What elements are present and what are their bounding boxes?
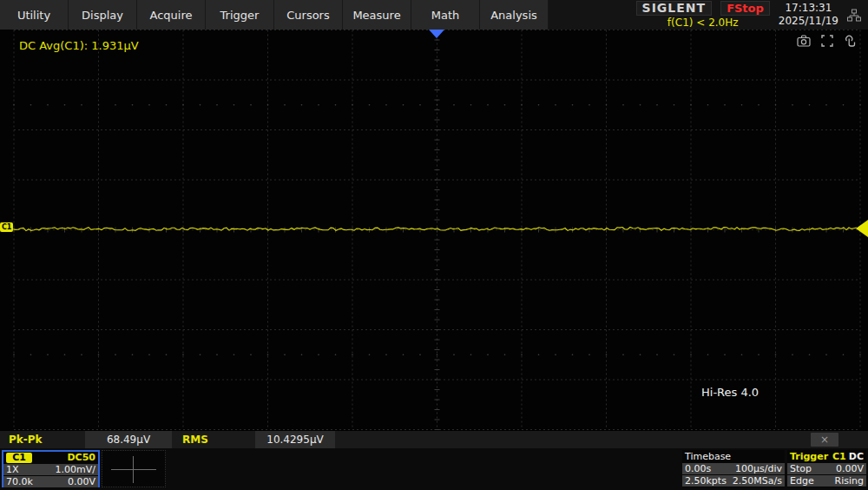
waveform-display[interactable]: DC Avg(C1): 1.931µV [0,30,868,430]
trigger-level: 0.00V [836,463,864,474]
timebase-title: Timebase [685,451,731,462]
measurement-value[interactable]: 68.49µV [85,431,172,448]
crosshair-vertical-line [133,456,134,483]
memory-depth: 2.50kpts [685,475,727,487]
trigger-box-row: Edge Rising [787,475,866,487]
menu-item-acquire[interactable]: Acquire [137,0,206,30]
trigger-source-channel: C1 [832,451,846,462]
measurement-label[interactable]: Pk-Pk [0,434,85,446]
screen-icon-group [797,35,856,47]
menu-item-cursors[interactable]: Cursors [274,0,343,30]
crosshair-horizontal-line [111,469,156,470]
oscilloscope-ui: Utility Display Acquire Trigger Cursors … [0,0,868,490]
volts-per-div: 1.00mV/ [56,464,95,475]
clock-column: 17:13:31 2025/11/19 [779,2,838,28]
trigger-source-coupling: DC [849,451,864,462]
menu-item-trigger[interactable]: Trigger [206,0,274,30]
timebase-delay: 0.00s [685,463,711,474]
trigger-source: C1 DC [832,451,864,462]
clock-date: 2025/11/19 [779,15,838,28]
trigger-title: Trigger [790,451,828,462]
dc-average-readout: DC Avg(C1): 1.931µV [19,39,139,52]
fullscreen-icon[interactable] [821,35,833,47]
topbar-status-block: SIGLENT FStop f(C1) < 2.0Hz 17:13:31 202… [636,0,868,30]
sample-rate: 2.50MSa/s [733,475,782,487]
trigger-level-marker[interactable] [856,220,868,237]
timebase-box-row: 2.50kpts 2.50MSa/s [682,475,785,487]
channel-box-row: 70.0k 0.00V [3,476,98,487]
timebase-box[interactable]: Timebase 0.00s 100µs/div 2.50kpts 2.50MS… [682,450,785,487]
main-menu: Utility Display Acquire Trigger Cursors … [0,0,549,30]
channel-1-box[interactable]: C1 DC50 1X 1.00mV/ 70.0k 0.00V [2,450,100,487]
menu-item-measure[interactable]: Measure [343,0,411,30]
timebase-box-row: 0.00s 100µs/div [682,463,785,474]
acquisition-status-badge: FStop [720,1,770,16]
trigger-box-header: Trigger C1 DC [787,450,866,462]
brand-column: SIGLENT FStop f(C1) < 2.0Hz [636,1,770,30]
touch-icon[interactable] [844,35,856,47]
measurement-label[interactable]: RMS [172,434,255,446]
menu-item-analysis[interactable]: Analysis [480,0,549,30]
trigger-position-marker[interactable] [429,30,444,38]
channel-box-header: C1 DC50 [3,452,98,463]
frequency-counter-readout: f(C1) < 2.0Hz [667,17,739,30]
siglent-logo: SIGLENT [636,1,713,16]
menu-item-utility[interactable]: Utility [0,0,69,30]
menu-item-math[interactable]: Math [411,0,480,30]
clock-time: 17:13:31 [785,2,832,15]
trigger-status: Stop [790,463,812,474]
bandwidth-limit: 70.0k [6,476,33,487]
trigger-box-row: Stop 0.00V [787,463,866,474]
graticule-grid [0,30,868,430]
probe-attenuation: 1X [6,464,19,475]
channel-coupling-label: DC50 [67,452,95,463]
channel-box-row: 1X 1.00mV/ [3,464,98,475]
top-menu-bar: Utility Display Acquire Trigger Cursors … [0,0,868,30]
channel-offset: 0.00V [68,476,95,487]
network-icon [847,9,861,22]
channel-badge: C1 [6,453,32,463]
channel-1-position-marker[interactable]: C1 [0,222,13,232]
trigger-slope: Rising [835,475,864,487]
brand-row: SIGLENT FStop [636,1,770,16]
timebase-box-header: Timebase [682,450,785,462]
trigger-box[interactable]: Trigger C1 DC Stop 0.00V Edge Rising [787,450,866,487]
menu-item-display[interactable]: Display [69,0,137,30]
topbar-spacer [549,0,636,30]
trigger-type: Edge [790,475,814,487]
close-icon[interactable]: × [811,433,838,447]
bottom-status-bar: C1 DC50 1X 1.00mV/ 70.0k 0.00V Timebase … [0,448,868,490]
measurement-value[interactable]: 10.4295µV [255,431,335,448]
time-per-div: 100µs/div [735,463,782,474]
crosshair-placeholder-box [102,450,166,487]
measurement-strip: Pk-Pk 68.49µV RMS 10.4295µV × [0,430,868,448]
acquisition-mode-label: Hi-Res 4.0 [701,386,759,399]
camera-icon[interactable] [797,35,811,47]
